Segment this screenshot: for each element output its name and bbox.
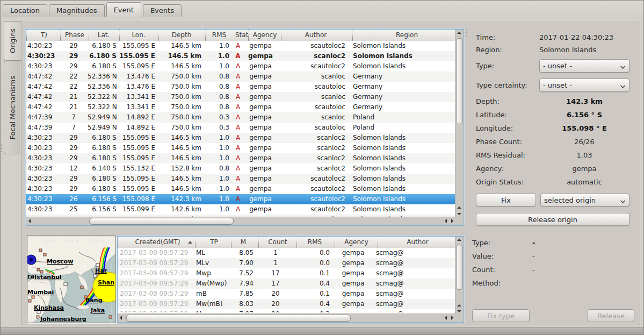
- cell-author: scautoloc: [277, 123, 348, 133]
- splitter-handle[interactable]: [466, 29, 468, 37]
- table-row[interactable]: 4:30:23 29 6.180 S 155.095 E 146.5 km 1.…: [26, 184, 455, 194]
- top-tab[interactable]: Event: [106, 2, 141, 17]
- table-row[interactable]: 4:30:23 29 6.180 S 155.095 E 146.5 km 1.…: [26, 51, 455, 61]
- horizontal-scrollbar[interactable]: [118, 313, 455, 322]
- splitter-handle[interactable]: [1, 145, 3, 152]
- city-label: Kinshasa: [34, 304, 64, 311]
- cell-agency: gempa: [244, 112, 277, 123]
- table-row[interactable]: 4:30:23 29 6.180 S 155.095 E 146.5 km 1.…: [26, 61, 455, 72]
- origin-selector-select[interactable]: selected origin: [540, 194, 629, 206]
- scroll-right-icon[interactable]: [451, 219, 453, 223]
- phase-count-value: 26/26: [539, 138, 629, 146]
- table-row[interactable]: 4:30:23 26 6.156 S 155.098 E 142.3 km 1.…: [26, 194, 455, 204]
- table-row[interactable]: 4:30:23 29 6.180 S 155.095 E 146.5 km 1.…: [26, 41, 455, 51]
- cell-time: 4:30:23: [26, 61, 60, 72]
- side-tab[interactable]: Focal Mechanisms: [4, 61, 20, 154]
- cell-region: Solomon Islands: [348, 133, 455, 143]
- column-header[interactable]: RMS: [205, 30, 235, 41]
- column-header[interactable]: Author: [378, 237, 455, 248]
- column-header[interactable]: T): [26, 30, 60, 41]
- cell-author: scanloc: [277, 112, 348, 123]
- fix-type-button[interactable]: Fix type: [472, 309, 530, 322]
- table-row[interactable]: 4:30:23 29 6.180 S 155.095 E 146.5 km 1.…: [26, 153, 455, 163]
- table-row[interactable]: 4:47:42 22 52.336 N 13.476 E 750.0 km 0.…: [26, 82, 455, 92]
- table-row[interactable]: 4:30:23 12 6.140 S 155.132 E 152.8 km 0.…: [26, 163, 455, 174]
- vertical-scrollbar[interactable]: [455, 30, 464, 217]
- cell-lon: 13.341 E: [118, 102, 156, 112]
- table-row[interactable]: 2017-03-09 09:57:29 Mwp 7.52 17 0.1 gemp…: [118, 268, 455, 279]
- column-header[interactable]: Stat: [235, 30, 248, 41]
- cell-region: Solomon Islands: [348, 41, 455, 51]
- cell-rms: 0.0: [294, 248, 332, 258]
- cell-time: 4:30:23: [26, 184, 60, 194]
- scroll-down-icon[interactable]: [457, 213, 461, 215]
- cell-depth: 146.5 km: [156, 174, 202, 184]
- release-origin-button[interactable]: Release origin: [476, 213, 629, 226]
- table-row[interactable]: 2017-03-09 09:57:29 M 7.97 20 0.3 gempa …: [118, 309, 455, 312]
- table-row[interactable]: 4:30:23 29 6.180 S 155.095 E 146.5 km 1.…: [26, 143, 455, 153]
- column-header[interactable]: TP: [195, 237, 231, 248]
- column-header[interactable]: Count: [258, 237, 296, 248]
- column-header[interactable]: Region: [352, 30, 455, 41]
- column-header[interactable]: M: [231, 237, 258, 248]
- table-row[interactable]: 2017-03-09 09:57:29 ML 8.05 1 0.0 gempa …: [118, 248, 455, 258]
- table-row[interactable]: 2017-03-09 09:57:29 MLv 7.90 1 0.0 gempa…: [118, 258, 455, 268]
- column-header[interactable]: Agency: [248, 30, 281, 41]
- table-row[interactable]: 2017-03-09 09:57:29 Mw(mB) 8.03 20 0.4 g…: [118, 299, 455, 309]
- column-header[interactable]: Created(GMT): [118, 237, 195, 248]
- table-row[interactable]: 4:47:39 7 52.949 N 14.892 E 750.0 km 0.3…: [26, 112, 455, 123]
- scrollbar-thumb[interactable]: [89, 218, 234, 225]
- cell-region: Germany: [348, 92, 455, 102]
- column-header[interactable]: Author: [281, 30, 352, 41]
- scrollbar-thumb[interactable]: [456, 38, 463, 124]
- cell-created: 2017-03-09 09:57:29: [118, 289, 194, 299]
- event-type-select[interactable]: - unset -: [539, 59, 629, 73]
- scroll-down-icon[interactable]: [457, 310, 461, 312]
- table-row[interactable]: 4:30:23 29 6.180 S 155.095 E 146.5 km 1.…: [26, 174, 455, 184]
- scroll-up-icon[interactable]: [457, 239, 461, 241]
- scroll-up-icon[interactable]: [457, 206, 461, 209]
- scrollbar-thumb[interactable]: [126, 315, 351, 322]
- side-tab[interactable]: Origins: [4, 21, 21, 61]
- cell-lat: 6.180 S: [88, 51, 118, 61]
- table-row[interactable]: 4:30:23 29 6.180 S 155.095 E 146.5 km 1.…: [26, 133, 455, 143]
- top-tab[interactable]: Magnitudes: [49, 4, 105, 17]
- scroll-up-icon[interactable]: [457, 32, 461, 34]
- horizontal-scrollbar[interactable]: [26, 217, 455, 225]
- vertical-scrollbar[interactable]: [455, 237, 464, 314]
- fix-button[interactable]: Fix: [476, 194, 536, 206]
- scroll-up-icon[interactable]: [457, 304, 461, 307]
- column-header[interactable]: Agency: [335, 237, 378, 248]
- table-row[interactable]: 2017-03-09 09:57:29 mB 7.85 20 0.1 gempa…: [118, 289, 455, 299]
- scrollbar-thumb[interactable]: [456, 245, 463, 290]
- cell-agency: gempa: [244, 92, 277, 102]
- cell-lat: 52.322 N: [88, 92, 118, 102]
- table-row[interactable]: 2017-03-09 09:57:29 Mw(Mwp) 7.94 17 0.4 …: [118, 279, 455, 289]
- type-certainty-label: Type certainty:: [476, 81, 539, 89]
- column-header[interactable]: Phase: [60, 30, 89, 41]
- cell-magnitude: 7.85: [230, 289, 257, 299]
- column-header[interactable]: Lat.: [89, 30, 119, 41]
- release-button[interactable]: Release: [588, 309, 634, 322]
- column-header[interactable]: RMS: [296, 237, 335, 248]
- scroll-left-icon[interactable]: [445, 316, 447, 320]
- column-header[interactable]: Lon.: [119, 30, 158, 41]
- table-row[interactable]: 4:30:23 25 6.156 S 155.099 E 142.6 km 1.…: [26, 204, 455, 215]
- scroll-right-icon[interactable]: [451, 316, 453, 320]
- top-tab[interactable]: Events: [143, 4, 182, 17]
- top-tab[interactable]: Location: [3, 4, 47, 17]
- scroll-left-icon[interactable]: [445, 219, 447, 223]
- type-certainty-select[interactable]: - unset -: [539, 79, 629, 92]
- cell-magnitude: 8.05: [230, 248, 257, 258]
- cell-author: scautoloc: [277, 82, 348, 92]
- column-header[interactable]: Depth: [158, 30, 205, 41]
- table-row[interactable]: 4:47:39 7 52.949 N 14.892 E 750.0 km 0.3…: [26, 123, 455, 133]
- table-row[interactable]: 4:47:42 21 52.322 N 13.341 E 750.0 km 0.…: [26, 92, 455, 102]
- region-value: Solomon Islands: [539, 46, 629, 54]
- scroll-left-icon[interactable]: [120, 316, 122, 320]
- cell-rms: 0.3: [202, 123, 231, 133]
- scroll-left-icon[interactable]: [28, 219, 31, 223]
- map-thumbnail[interactable]: 35 E 70 E 105 E 14 35 S Moscow ra Istanb…: [27, 236, 116, 323]
- table-row[interactable]: 4:47:42 22 52.336 N 13.476 E 750.0 km 0.…: [26, 72, 455, 82]
- table-row[interactable]: 4:47:42 21 52.322 N 13.341 E 750.0 km 0.…: [26, 102, 455, 112]
